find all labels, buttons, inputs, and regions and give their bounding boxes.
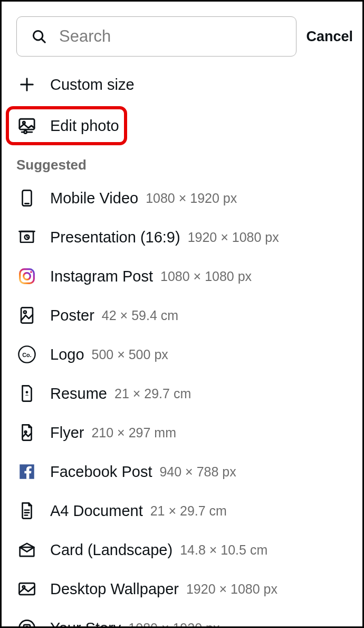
- item-label: Resume: [50, 385, 107, 402]
- svg-line-1: [41, 39, 45, 42]
- facebook-icon: [16, 461, 37, 482]
- custom-size-label: Custom size: [50, 76, 135, 93]
- suggested-item-mobile-video[interactable]: Mobile Video 1080 × 1920 px: [2, 179, 362, 218]
- item-label: A4 Document: [50, 502, 143, 520]
- item-label: Desktop Wallpaper: [50, 580, 179, 598]
- svg-point-15: [30, 271, 32, 273]
- item-dimensions: 1080 × 1080 px: [160, 269, 252, 284]
- svg-point-7: [24, 130, 27, 133]
- item-label: Facebook Post: [50, 463, 152, 481]
- item-dimensions: 42 × 59.4 cm: [102, 308, 178, 323]
- suggested-item-a4-document[interactable]: A4 Document 21 × 29.7 cm: [2, 491, 362, 530]
- cancel-button[interactable]: Cancel: [305, 29, 354, 45]
- suggested-item-flyer[interactable]: Flyer 210 × 297 mm: [2, 413, 362, 452]
- item-dimensions: 1920 × 1080 px: [188, 230, 279, 245]
- item-dimensions: 500 × 500 px: [92, 347, 168, 362]
- suggested-item-instagram-post[interactable]: Instagram Post 1080 × 1080 px: [2, 257, 362, 296]
- item-label: Poster: [50, 307, 94, 324]
- search-icon: [28, 26, 50, 47]
- card-icon: [16, 539, 37, 560]
- item-dimensions: 14.8 × 10.5 cm: [180, 542, 267, 558]
- logo-icon: Co.: [16, 344, 37, 365]
- item-dimensions: 21 × 29.7 cm: [150, 503, 227, 519]
- suggested-item-resume[interactable]: Resume 21 × 29.7 cm: [2, 374, 362, 413]
- suggested-item-logo[interactable]: Co. Logo 500 × 500 px: [2, 335, 362, 374]
- custom-size-action[interactable]: Custom size: [2, 65, 362, 104]
- svg-text:Co.: Co.: [22, 352, 31, 358]
- item-dimensions: 940 × 788 px: [159, 464, 236, 480]
- instagram-icon: [16, 266, 37, 287]
- item-dimensions: 1080 × 1920 px: [146, 191, 237, 206]
- item-label: Card (Landscape): [50, 541, 173, 559]
- svg-rect-13: [20, 269, 34, 284]
- search-input[interactable]: [59, 27, 284, 46]
- item-label: Instagram Post: [50, 268, 153, 285]
- suggested-item-presentation[interactable]: Presentation (16:9) 1920 × 1080 px: [2, 218, 362, 257]
- edit-photo-icon: [16, 115, 37, 136]
- item-dimensions: 210 × 297 mm: [91, 425, 176, 440]
- poster-icon: [16, 305, 37, 326]
- wallpaper-icon: [16, 578, 37, 599]
- item-label: Your Story: [50, 620, 121, 629]
- suggested-item-desktop-wallpaper[interactable]: Desktop Wallpaper 1920 × 1080 px: [2, 569, 362, 608]
- item-dimensions: 21 × 29.7 cm: [114, 386, 191, 401]
- suggested-heading: Suggested: [2, 149, 362, 179]
- item-label: Mobile Video: [50, 190, 138, 207]
- item-label: Presentation (16:9): [50, 229, 180, 246]
- item-dimensions: 1080 × 1920 px: [128, 621, 219, 629]
- suggested-item-facebook-post[interactable]: Facebook Post 940 × 788 px: [2, 452, 362, 491]
- svg-point-20: [26, 391, 28, 393]
- item-dimensions: 1920 × 1080 px: [186, 582, 277, 597]
- story-icon: [16, 617, 37, 628]
- suggested-item-your-story[interactable]: Your Story 1080 × 1920 px: [2, 608, 362, 628]
- item-label: Logo: [50, 346, 84, 363]
- suggested-item-card-landscape[interactable]: Card (Landscape) 14.8 × 10.5 cm: [2, 530, 362, 569]
- resume-icon: [16, 383, 37, 404]
- plus-icon: [16, 74, 37, 95]
- flyer-icon: [16, 422, 37, 443]
- item-label: Flyer: [50, 424, 84, 442]
- edit-photo-label: Edit photo: [50, 117, 119, 135]
- svg-point-21: [25, 431, 27, 433]
- suggested-item-poster[interactable]: Poster 42 × 59.4 cm: [2, 296, 362, 335]
- document-icon: [16, 500, 37, 521]
- svg-point-17: [24, 311, 26, 314]
- svg-point-14: [24, 273, 31, 280]
- svg-rect-16: [21, 307, 33, 323]
- search-field[interactable]: [16, 16, 296, 57]
- svg-rect-4: [20, 119, 34, 129]
- phone-icon: [16, 188, 37, 209]
- edit-photo-action[interactable]: Edit photo: [6, 106, 127, 145]
- presentation-icon: [16, 227, 37, 248]
